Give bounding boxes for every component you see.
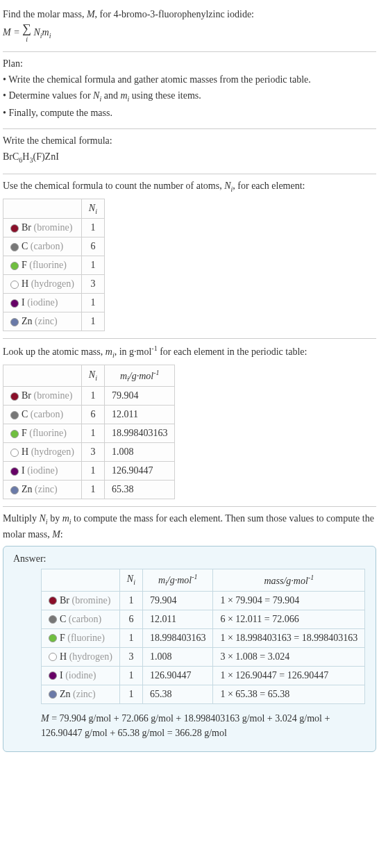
eq-m: m: [42, 27, 49, 37]
element-name: (zinc): [73, 689, 96, 699]
cell-m: 126.90447: [142, 666, 213, 685]
mul-Ni: Ni: [40, 513, 48, 524]
cell-m: 79.904: [142, 591, 213, 610]
eq-Ni: Nimi: [33, 27, 51, 37]
cell-m: 65.38: [104, 481, 175, 499]
element-swatch: [49, 596, 57, 605]
final-M: M: [41, 713, 49, 724]
count-N: N: [224, 181, 230, 191]
lookup-m: m: [106, 347, 112, 357]
cell-m: 12.011: [142, 610, 213, 628]
element-swatch: [10, 467, 19, 476]
cell-mass: 1 × 18.998403163 = 18.998403163: [213, 628, 365, 647]
cf-h: H: [22, 151, 29, 162]
cell-element: F (fluorine): [42, 628, 120, 647]
element-name: (fluorine): [29, 260, 67, 270]
cell-m: 18.998403163: [142, 628, 213, 647]
intro-line: Find the molar mass, M, for 4-bromo-3-fl…: [3, 7, 376, 22]
element-symbol: Br: [22, 390, 31, 401]
cell-m: 18.998403163: [104, 424, 175, 443]
cell-element: I (iodine): [42, 666, 120, 685]
table-row: Br (bromine)179.9041 × 79.904 = 79.904: [42, 591, 365, 610]
final-sum: = 79.904 g/mol + 72.066 g/mol + 18.99840…: [41, 713, 330, 738]
cell-N: 3: [81, 275, 104, 294]
count-Ni: Ni: [224, 181, 233, 191]
element-swatch: [10, 449, 19, 457]
table-row: I (iodine)1126.904471 × 126.90447 = 126.…: [42, 666, 365, 685]
cell-N: 1: [119, 628, 142, 647]
element-symbol: F: [22, 428, 27, 438]
element-name: (hydrogen): [31, 278, 74, 289]
cell-N: 1: [119, 685, 142, 703]
col-mi: mi/g·mol-1: [104, 365, 175, 386]
answer-box: Answer: Nimi/g·mol-1mass/g·mol-1Br (brom…: [3, 546, 376, 751]
lookup-b: , in g·mol: [115, 347, 152, 357]
lookup-section: Look up the atomic mass, mi, in g·mol-1 …: [3, 339, 376, 507]
lookup-sup: -1: [151, 344, 157, 352]
element-name: (iodine): [27, 297, 58, 308]
eq-N: N: [33, 27, 40, 37]
cell-element: Br (bromine): [42, 591, 120, 610]
count-b: , for each element:: [233, 181, 305, 191]
table-row: Zn (zinc)165.38: [3, 481, 175, 499]
element-swatch: [49, 615, 57, 624]
element-symbol: F: [22, 260, 27, 270]
cell-N: 3: [119, 647, 142, 666]
lookup-table: Nimi/g·mol-1Br (bromine)179.904C (carbon…: [3, 365, 175, 499]
table-row: F (fluorine)118.9984031631 × 18.99840316…: [42, 628, 365, 647]
element-swatch: [49, 671, 57, 680]
element-name: (bromine): [34, 222, 73, 233]
eq-lhs: M =: [3, 27, 22, 37]
lookup-intro: Look up the atomic mass, mi, in g·mol-1 …: [3, 343, 376, 360]
element-name: (bromine): [72, 595, 111, 606]
intro-text-2: , for 4-bromo-3-fluorophenylzinc iodide:: [95, 9, 254, 19]
chemical-formula-section: Write the chemical formula: BrC6H3(F)ZnI: [3, 129, 376, 174]
element-symbol: Zn: [60, 689, 71, 699]
cell-N: 1: [81, 312, 104, 331]
cell-N: 3: [81, 443, 104, 462]
final-equation: M = 79.904 g/mol + 72.066 g/mol + 18.998…: [41, 711, 366, 740]
plan-bullet-2: • Determine values for Ni and mi using t…: [3, 88, 376, 104]
cell-element: H (hydrogen): [3, 275, 82, 294]
cell-mass: 1 × 79.904 = 79.904: [213, 591, 365, 610]
element-swatch: [10, 392, 19, 401]
cell-N: 1: [81, 424, 104, 443]
element-name: (carbon): [69, 614, 101, 624]
element-symbol: C: [60, 614, 66, 624]
table-row: C (carbon)612.011: [3, 406, 175, 424]
lookup-mi: mi: [106, 347, 115, 357]
element-symbol: Zn: [22, 316, 33, 326]
summation-symbol: ∑ i: [22, 23, 31, 43]
element-symbol: H: [22, 446, 28, 457]
table-row: Zn (zinc)1: [3, 312, 105, 331]
element-name: (fluorine): [29, 428, 67, 438]
element-name: (zinc): [35, 316, 58, 326]
element-swatch: [10, 262, 19, 270]
element-swatch: [49, 690, 57, 699]
element-symbol: C: [22, 241, 28, 251]
element-symbol: F: [60, 633, 65, 643]
element-swatch: [10, 281, 19, 289]
cell-N: 1: [81, 481, 104, 499]
cell-N: 6: [119, 610, 142, 628]
mul-m: m: [62, 513, 69, 524]
cell-N: 6: [81, 237, 104, 256]
table-row: H (hydrogen)31.008: [3, 443, 175, 462]
answer-table: Nimi/g·mol-1mass/g·mol-1Br (bromine)179.…: [41, 569, 365, 703]
cell-element: C (carbon): [3, 237, 82, 256]
lookup-a: Look up the atomic mass,: [3, 347, 106, 357]
element-name: (zinc): [35, 484, 58, 494]
cell-N: 6: [81, 406, 104, 424]
cell-N: 1: [119, 666, 142, 685]
plan-b2-b: and: [101, 90, 120, 101]
cell-element: H (hydrogen): [3, 443, 82, 462]
table-row: I (iodine)1: [3, 294, 105, 312]
answer-title: Answer:: [13, 553, 366, 565]
plan-section: Plan: • Write the chemical formula and g…: [3, 52, 376, 129]
mul-N: N: [40, 513, 46, 524]
element-symbol: I: [22, 297, 25, 308]
cell-element: Zn (zinc): [42, 685, 120, 703]
cell-element: H (hydrogen): [42, 647, 120, 666]
count-intro: Use the chemical formula to count the nu…: [3, 178, 376, 194]
cell-mass: 6 × 12.011 = 72.066: [213, 610, 365, 628]
